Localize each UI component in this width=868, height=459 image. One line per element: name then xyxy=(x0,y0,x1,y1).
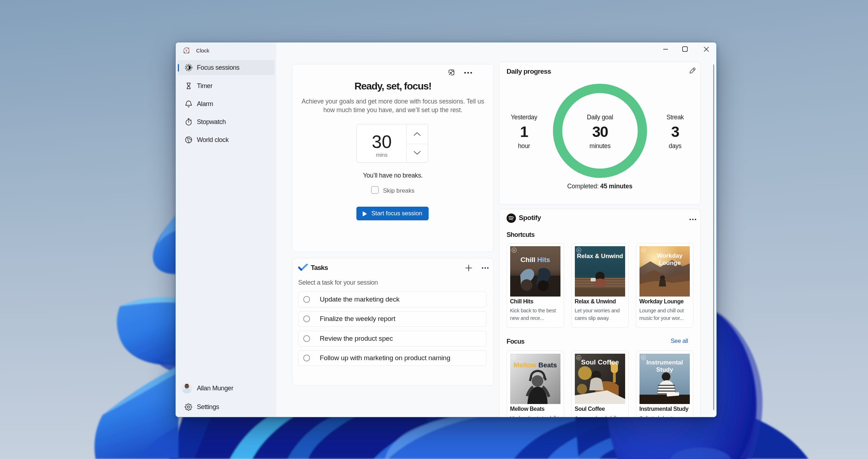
svg-text:Instrumental: Instrumental xyxy=(646,359,683,366)
svg-text:Chill Hits: Chill Hits xyxy=(520,256,550,263)
svg-text:Soul Coffee: Soul Coffee xyxy=(581,358,619,366)
svg-text:Study: Study xyxy=(656,366,673,373)
svg-text:Workday: Workday xyxy=(657,252,683,259)
svg-text:Relax & Unwind: Relax & Unwind xyxy=(577,253,623,260)
svg-text:Lounge: Lounge xyxy=(659,260,680,266)
svg-text:Mellow Beats: Mellow Beats xyxy=(513,361,557,369)
